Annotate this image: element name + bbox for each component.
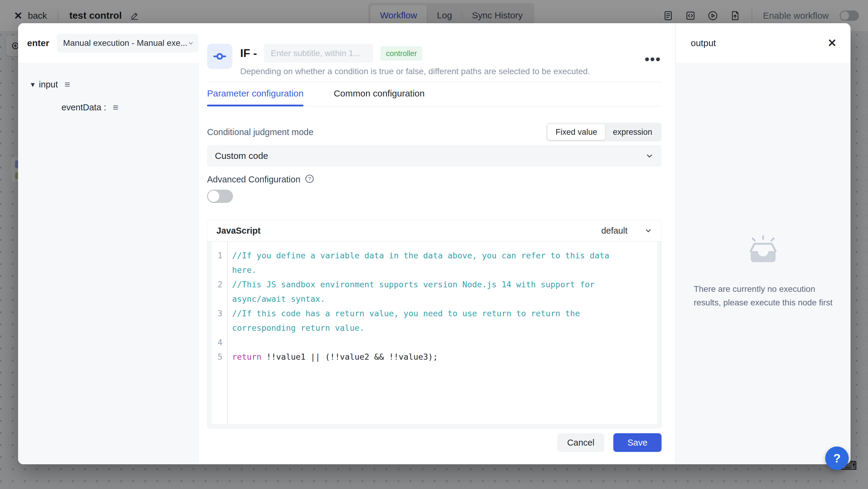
empty-message-line2: results, please execute this node first — [694, 296, 833, 309]
line-number: 5 — [212, 350, 227, 364]
code-comment: //If you define a variable data in the d… — [232, 251, 614, 275]
code-comment: //This JS sandbox environment supports v… — [232, 280, 599, 304]
trigger-source-value: Manual execution - Manual exe... — [63, 38, 187, 48]
code-keyword: return — [232, 352, 261, 362]
chevron-down-icon — [187, 40, 194, 47]
code-comment: //If this code has a return value, you n… — [232, 309, 585, 333]
save-button[interactable]: Save — [613, 433, 661, 452]
code-line: 2 //This JS sandbox environment supports… — [212, 277, 657, 306]
close-panel-icon[interactable]: ✕ — [828, 37, 837, 50]
chevron-down-icon — [645, 152, 654, 160]
input-data-tree: ▾ input ≡ eventData : ≡ — [18, 63, 199, 464]
value-mode-segmented: Fixed value expression — [546, 123, 661, 142]
help-button[interactable]: ? — [825, 447, 849, 470]
config-tabs: Parameter configuration Common configura… — [207, 88, 661, 106]
code-plain: !!value1 || (!!value2 && !!value3); — [261, 352, 438, 362]
input-panel: enter Manual execution - Manual exe... ▾… — [18, 23, 199, 464]
question-mark-icon: ? — [833, 452, 841, 465]
drag-handle-icon[interactable]: ≡ — [113, 102, 119, 112]
line-number: 2 — [212, 277, 227, 306]
node-config-modal: enter Manual execution - Manual exe... ▾… — [18, 23, 850, 464]
trigger-source-select[interactable]: Manual execution - Manual exe... — [57, 34, 198, 53]
gutter-divider — [227, 242, 228, 424]
chevron-down-icon — [644, 227, 652, 235]
code-line: 1 //If you define a variable data in the… — [212, 248, 657, 277]
config-panel: IF - controller Depending on whether a c… — [199, 23, 675, 464]
line-number: 3 — [212, 306, 227, 335]
judgment-mode-value: Custom code — [215, 151, 268, 161]
tab-common-configuration[interactable]: Common configuration — [334, 88, 425, 106]
node-description: Depending on whether a condition is true… — [240, 67, 590, 76]
code-editor-textarea[interactable]: 1 //If you define a variable data in the… — [212, 242, 657, 424]
line-number: 4 — [212, 335, 227, 350]
tab-parameter-configuration[interactable]: Parameter configuration — [207, 88, 304, 106]
help-circle-icon[interactable]: ? — [305, 174, 314, 185]
mode-expression-button[interactable]: expression — [605, 124, 660, 140]
node-type-badge: controller — [380, 46, 422, 61]
code-line: 5 return !!value1 || (!!value2 && !!valu… — [212, 350, 657, 364]
code-line: 3 //If this code has a return value, you… — [212, 306, 657, 335]
editor-language-label: JavaScript — [216, 226, 261, 236]
empty-inbox-icon — [744, 235, 782, 269]
output-panel: output ✕ There are currently no executio… — [675, 23, 850, 464]
advanced-config-toggle[interactable] — [207, 190, 233, 203]
conditional-judgment-label: Conditional judgment mode — [207, 127, 313, 137]
code-editor: JavaScript default 1 //If you define a v… — [207, 220, 661, 428]
tree-label-input: input — [39, 80, 58, 90]
line-number: 1 — [212, 248, 227, 277]
code-line: 4 — [212, 335, 657, 350]
judgment-mode-select[interactable]: Custom code — [207, 145, 661, 167]
drag-handle-icon[interactable]: ≡ — [64, 80, 70, 89]
editor-preset-value: default — [601, 226, 627, 236]
more-actions-icon[interactable]: ••• — [645, 56, 661, 63]
subtitle-input[interactable] — [264, 44, 373, 63]
empty-state-message: There are currently no execution results… — [694, 282, 833, 309]
if-node-icon — [207, 44, 232, 69]
empty-message-line1: There are currently no execution — [694, 282, 833, 296]
mode-fixed-value-button[interactable]: Fixed value — [548, 124, 605, 140]
node-title: IF - — [240, 47, 257, 60]
enter-label: enter — [27, 38, 49, 48]
tree-row-eventdata[interactable]: eventData : ≡ — [18, 98, 199, 117]
output-title: output — [691, 38, 716, 48]
tree-collapse-icon[interactable]: ▾ — [31, 80, 35, 89]
editor-preset-select[interactable]: default — [601, 226, 652, 236]
cancel-button[interactable]: Cancel — [557, 433, 604, 452]
node-header: IF - controller Depending on whether a c… — [207, 44, 661, 82]
tree-row-input[interactable]: ▾ input ≡ — [18, 75, 199, 94]
tree-label-eventdata: eventData : — [61, 102, 106, 113]
svg-text:?: ? — [308, 176, 311, 182]
advanced-config-label: Advanced Configuration — [207, 175, 301, 184]
